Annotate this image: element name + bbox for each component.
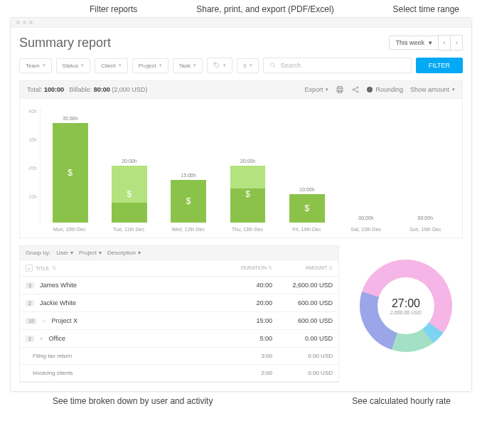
bar-column: 20:00h$	[218, 109, 277, 223]
breakdown-table: Group by: User▾ Project▾ Description▾ ⌄T…	[19, 245, 339, 383]
bar-nonbillable	[230, 166, 266, 188]
svg-point-8	[357, 91, 358, 92]
filter-task[interactable]: Task▾	[173, 58, 203, 73]
row-title: Office	[49, 335, 65, 342]
search-input[interactable]: Search	[263, 58, 412, 73]
x-tick: Wed, 12th Dec	[159, 227, 218, 232]
row-title: Filing tax return	[33, 353, 72, 359]
show-amount-dropdown[interactable]: Show amount▾	[410, 86, 455, 93]
chevron-down-icon: ▾	[223, 63, 226, 68]
chevron-down-icon: ▾	[159, 63, 162, 68]
svg-point-1	[270, 63, 274, 67]
export-dropdown[interactable]: Export▾	[304, 86, 328, 93]
x-tick: Sat, 15th Dec	[336, 227, 395, 232]
row-duration: 5:00	[226, 335, 272, 342]
chevron-down-icon: ▾	[138, 250, 141, 256]
row-duration: 2:00	[226, 370, 272, 376]
table-row[interactable]: Filing tax return3:000.00 USD	[20, 348, 338, 365]
bar: $	[230, 166, 266, 223]
chevron-down-icon: ▾	[99, 250, 102, 256]
table-row[interactable]: 2Jackie White20:00600.00 USD	[20, 294, 338, 312]
row-title: Project X	[51, 317, 77, 324]
bar: $	[53, 123, 88, 223]
expand-all-toggle[interactable]: ⌄	[26, 265, 33, 272]
dollar-icon: $	[245, 189, 250, 199]
expand-toggle[interactable]: +	[40, 336, 43, 342]
dollar-icon: $	[186, 196, 191, 206]
row-duration: 20:00	[226, 299, 272, 306]
bar: $	[289, 194, 325, 223]
bar-value-label: 00:00h	[418, 215, 433, 220]
group-by-project[interactable]: Project▾	[79, 250, 102, 256]
svg-point-0	[215, 64, 216, 65]
table-row[interactable]: 2+Office5:000.00 USD	[20, 330, 338, 348]
svg-point-7	[357, 87, 358, 88]
bar-value-label: 00:00h	[358, 215, 373, 220]
table-row[interactable]: 15−Project X15:00600.00 USD	[20, 312, 338, 330]
chevron-down-icon: ▾	[250, 63, 252, 68]
x-tick: Sun, 16th Dec	[396, 227, 455, 232]
share-icon[interactable]	[351, 85, 360, 94]
filters-bar: Team▾ Status▾ Client▾ Project▾ Task▾ ▾ $…	[11, 53, 471, 80]
row-title-cell: 3James White	[26, 282, 226, 289]
callout-breakdown: See time broken down by user and activit…	[53, 396, 213, 406]
bar-column: 00:00h	[396, 109, 455, 223]
totals-summary: Total: 100:00 Billable: 80:00 (2,000 USD…	[27, 86, 147, 93]
row-duration: 15:00	[226, 317, 272, 324]
page-title: Summary report	[19, 36, 111, 50]
rounding-toggle[interactable]: Rounding	[367, 86, 403, 93]
filter-button[interactable]: FILTER	[416, 58, 463, 73]
row-duration: 40:00	[226, 282, 272, 289]
row-title-cell: 2Jackie White	[26, 299, 226, 306]
table-row[interactable]: Invoicing clients2:000.00 USD	[20, 365, 338, 382]
row-amount: 0.00 USD	[272, 353, 333, 359]
bar: $	[171, 180, 206, 223]
row-duration: 3:00	[226, 353, 272, 359]
group-by-user[interactable]: User▾	[56, 250, 73, 256]
row-title-cell: Filing tax return	[33, 353, 226, 359]
dollar-icon: $	[243, 63, 246, 69]
table-row[interactable]: 3James White40:002,600.00 USD	[20, 277, 338, 294]
y-axis: 40h30h20h10h	[27, 109, 40, 223]
bar-chart: 40h30h20h10h 35:00h$20:00h$15:00h$20:00h…	[19, 99, 463, 238]
svg-point-6	[353, 89, 354, 90]
callout-export: Share, print, and export (PDF/Excel)	[196, 4, 333, 14]
sort-icon[interactable]: ⇅	[52, 265, 56, 271]
sort-icon[interactable]: ⇅	[328, 265, 333, 270]
time-range-select[interactable]: This week▾	[389, 36, 439, 50]
y-tick: 20h	[27, 166, 37, 171]
time-range-next[interactable]: ›	[450, 35, 463, 50]
filter-status[interactable]: Status▾	[56, 58, 91, 73]
bar-column: 10:00h$	[277, 109, 336, 223]
bar-value-label: 15:00h	[181, 173, 196, 178]
bar-column: 20:00h$	[100, 109, 159, 223]
chevron-down-icon: ▾	[452, 87, 455, 92]
filter-client[interactable]: Client▾	[95, 58, 127, 73]
time-range-prev[interactable]: ‹	[438, 35, 451, 50]
filter-team[interactable]: Team▾	[19, 58, 52, 73]
donut-center-sub: 2,000.00 USD	[390, 310, 422, 315]
x-tick: Thu, 13th Dec	[218, 227, 277, 232]
donut-chart: 27:00 2,000.00 USD	[349, 245, 463, 366]
app-window: Summary report This week▾ ‹ › Team▾ Stat…	[10, 17, 472, 392]
bar-value-label: 20:00h	[122, 159, 136, 164]
filter-billable[interactable]: $ ▾	[237, 58, 258, 73]
chevron-down-icon: ▾	[326, 87, 328, 92]
svg-line-10	[354, 90, 357, 92]
row-amount: 600.00 USD	[272, 317, 333, 324]
chevron-down-icon: ▾	[429, 39, 432, 46]
bar-value-label: 10:00h	[299, 187, 314, 192]
row-title: Jackie White	[40, 299, 76, 306]
row-title-cell: 15−Project X	[26, 317, 226, 324]
time-range-picker[interactable]: This week▾ ‹ ›	[389, 35, 463, 50]
chevron-down-icon: ▾	[70, 250, 73, 256]
chevron-down-icon: ▾	[119, 63, 122, 68]
filter-project[interactable]: Project▾	[132, 58, 168, 73]
row-amount: 600.00 USD	[272, 299, 333, 306]
expand-toggle[interactable]: −	[43, 318, 46, 324]
filter-tag[interactable]: ▾	[207, 58, 232, 73]
chevron-down-icon: ▾	[193, 63, 196, 68]
print-icon[interactable]	[336, 85, 344, 94]
bar-value-label: 20:00h	[240, 159, 255, 164]
group-by-description[interactable]: Description▾	[107, 250, 141, 256]
